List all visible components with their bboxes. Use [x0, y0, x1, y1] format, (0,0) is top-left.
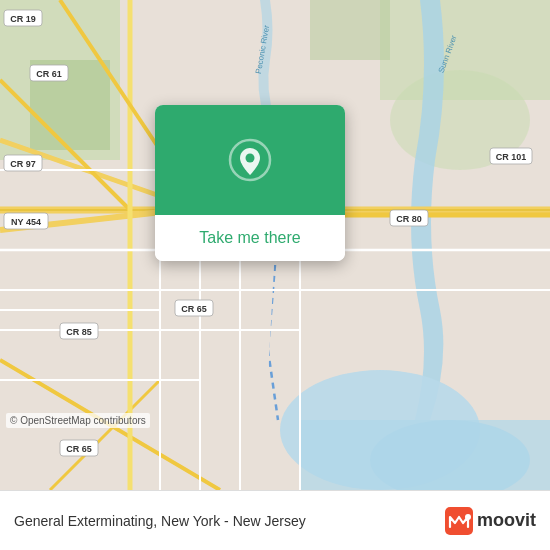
popup-header	[155, 105, 345, 215]
moovit-text: moovit	[477, 510, 536, 531]
svg-text:CR 61: CR 61	[36, 69, 62, 79]
map-attribution: © OpenStreetMap contributors	[6, 413, 150, 428]
svg-text:NY 454: NY 454	[11, 217, 41, 227]
moovit-logo: moovit	[445, 507, 536, 535]
svg-text:CR 65: CR 65	[66, 444, 92, 454]
svg-rect-4	[310, 0, 390, 60]
svg-point-53	[246, 154, 255, 163]
svg-text:CR 85: CR 85	[66, 327, 92, 337]
svg-text:CR 65: CR 65	[181, 304, 207, 314]
svg-text:CR 19: CR 19	[10, 14, 36, 24]
svg-rect-8	[300, 420, 550, 490]
svg-point-55	[465, 514, 471, 520]
svg-text:CR 101: CR 101	[496, 152, 527, 162]
svg-text:CR 80: CR 80	[396, 214, 422, 224]
take-me-there-button[interactable]: Take me there	[155, 215, 345, 261]
moovit-m-icon	[445, 507, 473, 535]
business-name: General Exterminating, New York - New Je…	[14, 513, 445, 529]
map-container: CR 19 CR 61 CR 97 NY 454 CR 80 CR 101 CR…	[0, 0, 550, 490]
svg-text:CR 97: CR 97	[10, 159, 36, 169]
location-pin-icon	[228, 138, 272, 182]
popup-card: Take me there	[155, 105, 345, 261]
bottom-bar: General Exterminating, New York - New Je…	[0, 490, 550, 550]
